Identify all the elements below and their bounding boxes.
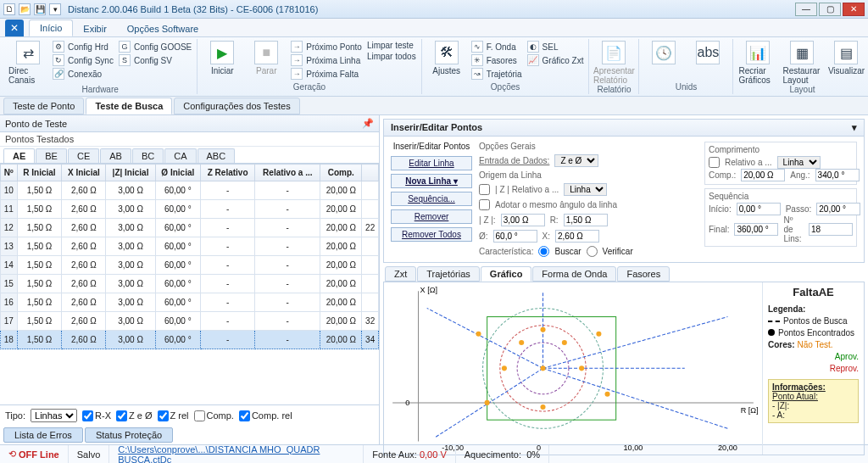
phase-tab-be[interactable]: BE [36,148,67,163]
table-row[interactable]: 101,50 Ω2,60 Ω3,00 Ω60,00 °--20,00 Ω [1,181,379,200]
chk-adotar[interactable] [479,199,490,210]
table-row[interactable]: 171,50 Ω2,60 Ω3,00 Ω60,00 °--20,00 Ω32 [1,312,379,331]
table-row[interactable]: 151,50 Ω2,60 Ω3,00 Ω60,00 °--20,00 Ω [1,275,379,293]
ribbon-tab-exibir[interactable]: Exibir [73,21,117,36]
tipo-select[interactable]: Linhas [31,409,77,422]
pin-icon[interactable]: 📌 [362,118,374,129]
btn-sequencia[interactable]: Sequência... [391,192,472,206]
inicio-input[interactable] [737,203,781,215]
btn-grafico-zxt[interactable]: 📈Gráfico Zxt [527,54,584,66]
col-header[interactable] [362,165,379,181]
col-header[interactable]: Z Relativo [201,165,255,181]
final-input[interactable] [734,223,778,236]
btn-sel[interactable]: ◐SEL [527,41,584,53]
comp-input[interactable] [741,169,785,181]
chk-comprel[interactable]: Comp. rel [239,410,292,421]
gtab-forma-onda[interactable]: Forma de Onda [532,266,616,282]
btn-nova-linha[interactable]: Nova Linha ▾ [391,174,472,188]
entrada-select[interactable]: Z e Ø [554,154,598,167]
qat-new-icon[interactable]: 🗋 [3,3,15,15]
ribbon-tab-inicio[interactable]: Início [29,20,73,36]
chk-zo[interactable]: Z e Ø [116,410,153,421]
ang-input[interactable] [815,169,860,181]
points-table-wrap[interactable]: NºR InicialX Inicial|Z| InicialØ Inicial… [0,164,379,404]
btn-editar-linha[interactable]: Editar Linha [391,156,472,170]
col-header[interactable]: Nº [1,165,18,181]
maximize-button[interactable]: ▢ [819,3,841,16]
btn-unids-2[interactable]: abs [688,41,727,64]
z-input[interactable] [501,214,545,226]
btn-config-goose[interactable]: GConfig GOOSE [119,41,192,53]
r-input[interactable] [564,214,608,226]
qat-dropdown-icon[interactable]: ▾ [49,3,61,15]
btn-limpar-teste[interactable]: Limpar teste [367,41,416,50]
btn-relatorio[interactable]: 📄 Apresentar Relatório [594,41,633,85]
btn-fasores[interactable]: ✳Fasores [471,54,522,66]
table-row[interactable]: 141,50 Ω2,60 Ω3,00 Ω60,00 °--20,00 Ω [1,256,379,275]
chk-comp[interactable]: Comp. [194,410,234,421]
table-row[interactable]: 121,50 Ω2,60 Ω3,00 Ω60,00 °--20,00 Ω22 [1,219,379,237]
btn-restaurar-layout[interactable]: ▦Restaurar Layout [782,41,821,85]
gtab-fasores[interactable]: Fasores [617,266,670,282]
phase-tab-bc[interactable]: BC [132,148,164,163]
btn-remover[interactable]: Remover [391,209,472,224]
impedance-chart[interactable]: X [Ω] R [Ω] 0 -10,00 0 10,00 20,00 [384,282,762,455]
radio-verificar[interactable] [587,246,598,257]
btn-direc-canais[interactable]: ⇄ Direc Canais [8,41,47,85]
btn-config-hrd[interactable]: ⚙Config Hrd [53,41,114,53]
zrel-select[interactable]: Linha [564,183,607,196]
btn-config-sv[interactable]: SConfig SV [119,54,192,66]
doctab-config-testes[interactable]: Configurações dos Testes [174,98,299,114]
gtab-grafico[interactable]: Gráfico [481,266,532,282]
phase-tab-ca[interactable]: CA [164,148,196,163]
btn-visualizar[interactable]: ▤Visualizar [826,41,865,75]
ribbon-tab-opcoes[interactable]: Opções Software [117,21,209,36]
chk-relativo[interactable] [709,157,720,168]
col-header[interactable]: Ø Inicial [155,165,200,181]
btn-ajustes[interactable]: 🛠 Ajustes [427,41,466,75]
phase-tab-ce[interactable]: CE [68,148,99,163]
radio-buscar[interactable] [538,246,549,257]
col-header[interactable]: |Z| Inicial [106,165,155,181]
minimize-button[interactable]: — [795,3,817,16]
btn-proxima-falta[interactable]: →Próxima Falta [291,68,362,80]
chk-zrel[interactable] [479,184,490,195]
passo-input[interactable] [816,203,860,215]
btn-trajetoria[interactable]: ↝Trajetória [471,68,522,80]
tab-status-protecao[interactable]: Status Proteção [85,427,173,443]
gtab-trajetorias[interactable]: Trajetórias [417,266,480,282]
table-row[interactable]: 181,50 Ω2,60 Ω3,00 Ω60,00 °--20,00 Ω34 [1,331,379,349]
o-input[interactable] [493,230,537,243]
phase-tab-ae[interactable]: AE [3,148,35,163]
btn-conexao[interactable]: 🔗Conexão [53,68,114,80]
qat-save-icon[interactable]: 💾 [34,3,46,15]
col-header[interactable]: R Inicial [17,165,62,181]
btn-unids[interactable]: 🕓 [644,41,683,64]
close-button[interactable]: ✕ [843,3,865,16]
ribbon-file-button[interactable]: ✕ [5,20,24,36]
btn-remover-todos[interactable]: Remover Todos [391,227,472,242]
col-header[interactable]: X Inicial [62,165,106,181]
btn-config-sync[interactable]: ↻Config Sync [53,54,114,66]
btn-parar[interactable]: ■ Parar [247,41,286,75]
col-header[interactable]: Comp. [320,165,362,181]
btn-proximo-ponto[interactable]: →Próximo Ponto [291,41,362,53]
doctab-teste-ponto[interactable]: Teste de Ponto [3,98,84,114]
doctab-teste-busca[interactable]: Teste de Busca [86,98,172,114]
gtab-zxt[interactable]: Zxt [385,266,416,282]
chk-zrel[interactable]: Z rel [158,410,189,421]
qat-open-icon[interactable]: 📂 [19,3,31,15]
collapse-icon[interactable]: ▾ [852,122,857,133]
btn-limpar-todos[interactable]: Limpar todos [367,52,416,61]
table-row[interactable]: 161,50 Ω2,60 Ω3,00 Ω60,00 °--20,00 Ω [1,293,379,312]
btn-iniciar[interactable]: ▶ Iniciar [203,41,242,75]
phase-tab-abc[interactable]: ABC [198,148,236,163]
btn-f-onda[interactable]: ∿F. Onda [471,41,522,53]
chk-rx[interactable]: R-X [82,410,111,421]
relativo-select[interactable]: Linha [777,156,821,169]
nlins-input[interactable] [809,223,853,236]
x-input[interactable] [555,230,599,243]
btn-proxima-linha[interactable]: →Próxima Linha [291,54,362,66]
col-header[interactable]: Relativo a ... [255,165,320,181]
btn-recriar-graficos[interactable]: 📊Recriar Gráficos [738,41,777,85]
